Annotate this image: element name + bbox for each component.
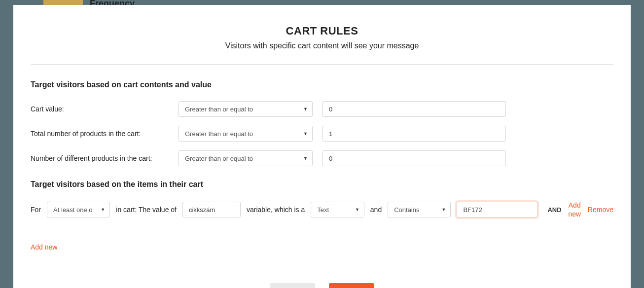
in-cart-label: in cart: The value of	[116, 206, 177, 214]
type-wrap: Text	[311, 202, 364, 217]
variable-label: variable, which is a	[247, 206, 305, 214]
save-button[interactable]: Save	[329, 283, 374, 288]
cancel-button[interactable]: Cancel	[270, 283, 315, 288]
modal-footer: Cancel Save	[31, 271, 613, 288]
contains-select[interactable]: Contains	[388, 202, 451, 217]
modal-subtitle: Visitors with specific cart content will…	[31, 41, 613, 50]
quantifier-wrap: At least one o	[47, 202, 110, 217]
different-products-row: Number of different products in the cart…	[31, 150, 613, 166]
variable-name-input[interactable]	[182, 202, 241, 217]
type-select[interactable]: Text	[311, 202, 364, 217]
add-new-condition-link[interactable]: Add new	[567, 201, 583, 218]
divider-top	[31, 64, 613, 65]
total-products-row: Total number of products in the cart: Gr…	[31, 126, 613, 142]
item-rule-row: For At least one o in cart: The value of…	[31, 201, 613, 218]
cart-value-label: Cart value:	[31, 105, 169, 113]
quantifier-select[interactable]: At least one o	[47, 202, 110, 217]
different-products-input[interactable]	[322, 150, 506, 166]
rule-actions: AND Add new Remove	[547, 201, 613, 218]
and-text: and	[370, 206, 382, 214]
cart-value-input[interactable]	[322, 101, 506, 117]
for-label: For	[31, 206, 41, 214]
add-new-rule-link[interactable]: Add new	[31, 243, 57, 251]
value-input[interactable]	[457, 202, 537, 217]
background-accent-bar	[43, 0, 83, 5]
cart-value-operator-wrap: Greater than or equal to	[179, 101, 313, 117]
total-products-operator-select[interactable]: Greater than or equal to	[179, 126, 313, 142]
different-products-label: Number of different products in the cart…	[31, 154, 169, 162]
total-products-label: Total number of products in the cart:	[31, 130, 169, 138]
cart-value-row: Cart value: Greater than or equal to	[31, 101, 613, 117]
remove-condition-link[interactable]: Remove	[588, 205, 613, 214]
cart-value-operator-select[interactable]: Greater than or equal to	[179, 101, 313, 117]
different-products-operator-select[interactable]: Greater than or equal to	[179, 150, 313, 166]
operator-wrap: Contains	[388, 202, 451, 217]
section-heading-items: Target visitors based on the items in th…	[31, 180, 613, 189]
total-products-input[interactable]	[322, 126, 506, 142]
conjunction-label: AND	[547, 206, 561, 214]
different-products-operator-wrap: Greater than or equal to	[179, 150, 313, 166]
modal-title: CART RULES	[31, 25, 613, 37]
total-products-operator-wrap: Greater than or equal to	[179, 126, 313, 142]
section-heading-cart-contents: Target visitors based on cart contents a…	[31, 80, 613, 89]
cart-rules-modal: CART RULES Visitors with specific cart c…	[13, 5, 631, 288]
